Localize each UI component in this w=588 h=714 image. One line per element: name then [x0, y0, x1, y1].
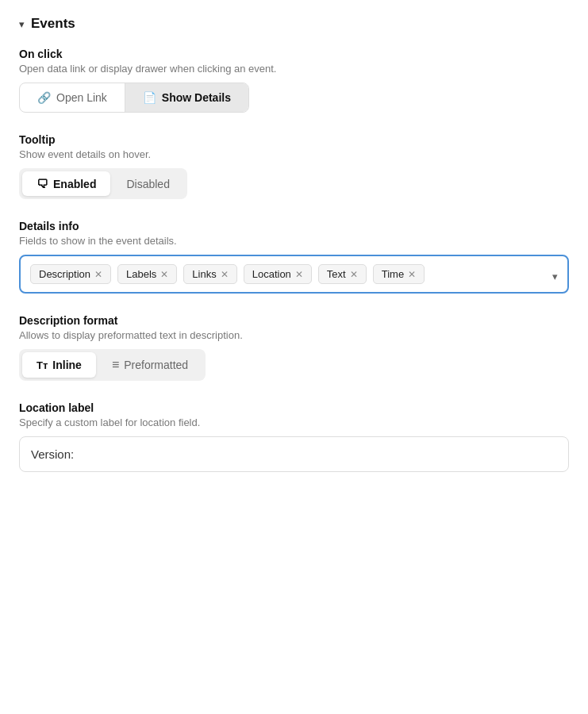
description-format-toggle: Tт Inline ≡ Preformatted — [19, 349, 206, 381]
inline-button[interactable]: Tт Inline — [22, 352, 96, 378]
tag-label: Time — [382, 268, 404, 280]
tag-item: Location✕ — [244, 264, 312, 284]
location-label-title: Location label — [19, 401, 569, 414]
description-format-label: Description format — [19, 314, 569, 327]
link-icon: 🔗 — [37, 91, 51, 104]
tooltip-desc: Show event details on hover. — [19, 148, 569, 160]
tooltip-group: Tooltip Show event details on hover. 🗨 E… — [19, 133, 569, 199]
text-format-icon: Tт — [37, 359, 48, 371]
tag-label: Location — [252, 268, 291, 280]
section-chevron[interactable]: ▾ — [19, 18, 25, 30]
tag-label: Labels — [126, 268, 156, 280]
show-details-button[interactable]: 📄 Show Details — [125, 83, 248, 112]
section-title: Events — [31, 16, 75, 32]
details-info-group: Details info Fields to show in the event… — [19, 220, 569, 294]
description-format-group: Description format Allows to display pre… — [19, 314, 569, 381]
show-details-label: Show Details — [162, 91, 231, 104]
tag-remove-icon[interactable]: ✕ — [160, 270, 168, 279]
details-info-label: Details info — [19, 220, 569, 232]
tag-remove-icon[interactable]: ✕ — [408, 270, 416, 279]
tag-item: Time✕ — [373, 264, 425, 284]
tag-item: Text✕ — [318, 264, 367, 284]
onclick-label: On click — [19, 48, 569, 60]
tag-label: Links — [192, 268, 216, 280]
tooltip-disabled-label: Disabled — [126, 178, 169, 190]
tag-remove-icon[interactable]: ✕ — [295, 270, 303, 279]
preformat-icon: ≡ — [112, 358, 119, 372]
events-panel: ▾ Events On click Open data link or disp… — [0, 0, 588, 516]
location-label-desc: Specify a custom label for location fiel… — [19, 416, 569, 428]
tag-label: Text — [327, 268, 346, 280]
tooltip-enabled-label: Enabled — [53, 178, 96, 190]
description-format-desc: Allows to display preformatted text in d… — [19, 329, 569, 341]
tags-chevron-icon[interactable]: ▾ — [552, 271, 558, 282]
tooltip-toggle: 🗨 Enabled Disabled — [19, 168, 187, 199]
tags-row: Description✕Labels✕Links✕Location✕Text✕T… — [30, 264, 558, 284]
tooltip-label: Tooltip — [19, 133, 569, 146]
onclick-toggle: 🔗 Open Link 📄 Show Details — [19, 83, 249, 113]
tag-item: Description✕ — [30, 264, 111, 284]
tag-label: Description — [39, 268, 90, 280]
chat-icon: 🗨 — [37, 177, 48, 190]
tag-item: Links✕ — [183, 264, 236, 284]
preformatted-label: Preformatted — [124, 359, 188, 371]
location-label-input[interactable] — [19, 436, 569, 472]
location-label-group: Location label Specify a custom label fo… — [19, 401, 569, 472]
details-info-desc: Fields to show in the event details. — [19, 235, 569, 247]
details-info-tags-container[interactable]: Description✕Labels✕Links✕Location✕Text✕T… — [19, 255, 569, 294]
tooltip-disabled-button[interactable]: Disabled — [112, 171, 183, 196]
open-link-button[interactable]: 🔗 Open Link — [20, 83, 125, 112]
section-header: ▾ Events — [19, 16, 569, 32]
preformatted-button[interactable]: ≡ Preformatted — [98, 352, 202, 378]
onclick-desc: Open data link or display drawer when cl… — [19, 63, 569, 75]
tag-remove-icon[interactable]: ✕ — [350, 270, 358, 279]
tag-remove-icon[interactable]: ✕ — [221, 270, 229, 279]
document-icon: 📄 — [143, 91, 156, 104]
open-link-label: Open Link — [56, 91, 107, 104]
inline-label: Inline — [52, 359, 82, 371]
onclick-group: On click Open data link or display drawe… — [19, 48, 569, 113]
tag-item: Labels✕ — [117, 264, 177, 284]
tooltip-enabled-button[interactable]: 🗨 Enabled — [22, 171, 110, 196]
tag-remove-icon[interactable]: ✕ — [94, 270, 102, 279]
